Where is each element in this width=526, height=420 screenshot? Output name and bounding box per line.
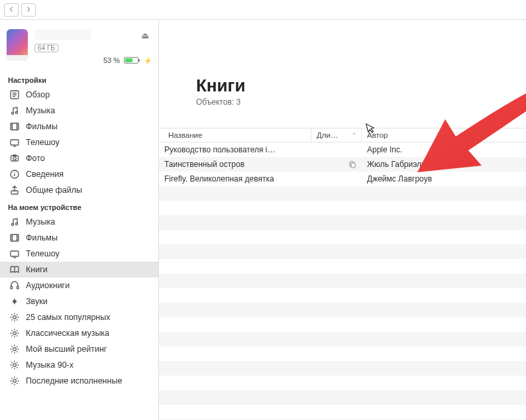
sidebar-settings-info-5[interactable]: Сведения (0, 166, 158, 182)
books-icon (9, 264, 20, 275)
sidebar-settings-tv-3[interactable]: Телешоу (0, 134, 158, 150)
svg-point-5 (15, 111, 17, 113)
svg-rect-24 (11, 235, 19, 241)
sidebar-settings-files-6[interactable]: Общие файлы (0, 182, 158, 198)
table-row[interactable]: Firefly. Великолепная девяткаДжеймс Лавг… (159, 172, 526, 186)
heart-icon: ♡ (455, 131, 462, 140)
table-row-empty (159, 376, 526, 390)
charging-icon: ⚡ (144, 57, 152, 64)
sidebar-item-label: Обзор (26, 90, 50, 99)
cell-author: Жюль Габриэль Ве… (362, 160, 448, 169)
sidebar-settings-music-1[interactable]: Музыка (0, 103, 158, 119)
sidebar-item-label: Сведения (26, 170, 64, 179)
svg-rect-6 (11, 123, 19, 130)
gear-icon (9, 328, 20, 339)
gear-icon (9, 312, 20, 323)
table-row-empty (159, 259, 526, 274)
cell-name: Руководство пользователя i… (159, 145, 311, 154)
sidebar-ondevice-gear-9[interactable]: Музыка 90-х (0, 357, 158, 373)
movies-icon (9, 121, 20, 132)
col-duration[interactable]: Дли… ⌃ (311, 129, 362, 142)
svg-rect-34 (11, 286, 13, 289)
device-thumbnail (7, 29, 28, 61)
table-row-empty (159, 215, 526, 230)
tones-icon (9, 296, 20, 307)
sidebar-ondevice-tones-5[interactable]: Звуки (0, 293, 158, 309)
sidebar-ondevice-audiobk-4[interactable]: Аудиокниги (0, 278, 158, 293)
nav-forward-button[interactable] (21, 3, 36, 17)
cell-name: Таинственный остров (159, 160, 311, 169)
sidebar-ondevice-music-0[interactable]: Музыка (0, 214, 158, 230)
sidebar-item-label: Музыка 90-х (26, 360, 74, 370)
photos-icon (9, 153, 20, 164)
table-row-empty (159, 390, 526, 405)
sidebar-settings-summary-0[interactable]: Обзор (0, 87, 158, 103)
chevron-up-icon: ⌃ (438, 132, 443, 138)
col-heart[interactable]: ♡ (448, 129, 469, 142)
table-row-empty (159, 346, 526, 361)
sidebar-item-label: Аудиокниги (26, 281, 70, 290)
page-subtitle: Объектов: 3 (196, 97, 526, 107)
cell-author: Джеймс Лавгроув (362, 174, 448, 184)
table-row-empty (159, 361, 526, 376)
music-icon (9, 217, 20, 227)
sort-icon: ⌃ (352, 132, 357, 138)
table-row[interactable]: Руководство пользователя i…Apple Inc. (159, 142, 526, 157)
sidebar-item-label: Музыка (26, 106, 55, 115)
sidebar-ondevice-movies-1[interactable]: Фильмы (0, 230, 158, 246)
svg-point-4 (11, 112, 13, 114)
sidebar-item-label: Общие файлы (26, 185, 82, 195)
table-row-empty (159, 405, 526, 419)
toolbar (0, 0, 526, 20)
sidebar-item-label: Последние исполненные (26, 376, 122, 386)
svg-point-39 (13, 364, 17, 367)
sidebar-item-label: Мой высший рейтинг (26, 344, 107, 354)
sidebar-item-label: Книги (26, 265, 48, 274)
movies-icon (9, 233, 20, 243)
table-row-empty (159, 230, 526, 244)
sidebar-item-label: Звуки (26, 297, 48, 306)
svg-point-22 (11, 223, 13, 225)
svg-point-40 (13, 380, 17, 383)
audiobk-icon (9, 280, 20, 291)
svg-point-16 (13, 157, 17, 160)
table-row-empty (159, 317, 526, 332)
svg-rect-31 (11, 251, 19, 256)
sidebar-item-label: Музыка (26, 217, 55, 227)
table-row-empty (159, 186, 526, 201)
sidebar-ondevice-books-3[interactable]: Книги (0, 262, 158, 278)
summary-icon (9, 89, 20, 100)
cell-name: Firefly. Великолепная девятка (159, 174, 311, 184)
storage-badge: 64 ГБ (34, 44, 58, 52)
cell-duration (311, 160, 362, 168)
books-table: Название Дли… ⌃ Автор ⌃ ♡ Руководство по… (159, 128, 526, 420)
sidebar-ondevice-gear-8[interactable]: Мой высший рейтинг (0, 341, 158, 357)
chevron-left-icon (9, 5, 14, 15)
svg-rect-13 (11, 140, 19, 145)
col-author[interactable]: Автор ⌃ (362, 129, 448, 142)
sidebar-item-label: 25 самых популярных (26, 313, 111, 322)
tv-icon (9, 248, 20, 259)
nav-back-button[interactable] (4, 3, 19, 17)
sidebar-ondevice-gear-10[interactable]: Последние исполненные (0, 373, 158, 389)
sidebar-ondevice-gear-6[interactable]: 25 самых популярных (0, 309, 158, 325)
sidebar-ondevice-gear-7[interactable]: Классическая музыка (0, 325, 158, 341)
sidebar-settings-movies-2[interactable]: Фильмы (0, 119, 158, 134)
sidebar: 64 ГБ 53 % ⚡ ⏏ Настройки ОбзорМузыкаФиль… (0, 20, 159, 420)
eject-icon[interactable]: ⏏ (141, 30, 149, 40)
battery-icon (124, 57, 138, 64)
sidebar-settings-photos-4[interactable]: Фото (0, 150, 158, 166)
sidebar-ondevice-tv-2[interactable]: Телешоу (0, 246, 158, 262)
svg-point-23 (15, 223, 17, 225)
sidebar-item-label: Телешоу (26, 138, 60, 147)
sidebar-item-label: Классическая музыка (26, 329, 109, 338)
table-row-empty (159, 288, 526, 303)
col-name[interactable]: Название (159, 129, 311, 142)
table-row[interactable]: Таинственный островЖюль Габриэль Ве… (159, 157, 526, 172)
svg-point-36 (13, 316, 17, 319)
battery-percent: 53 % (103, 56, 120, 64)
table-row-empty (159, 201, 526, 215)
cell-author: Apple Inc. (362, 145, 448, 154)
info-icon (9, 169, 20, 180)
sidebar-item-label: Телешоу (26, 249, 60, 258)
